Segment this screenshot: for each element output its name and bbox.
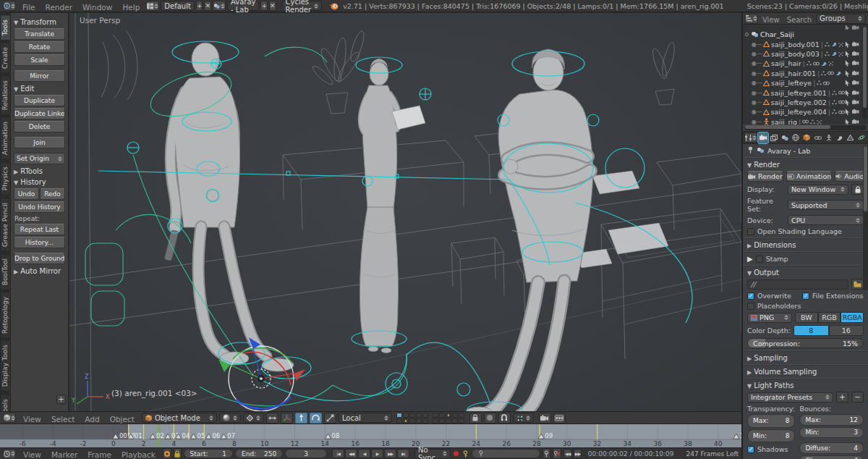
figure-left-male[interactable] bbox=[164, 43, 294, 371]
figure-right-male[interactable] bbox=[466, 49, 593, 411]
render-restrict-camera-icon[interactable] bbox=[852, 99, 859, 105]
editor-type-timeline-icon[interactable] bbox=[3, 449, 16, 459]
outliner-row[interactable]: ●—saiji_body.001| bbox=[744, 39, 868, 49]
shelf-button-rotate[interactable]: Rotate bbox=[14, 41, 65, 53]
outliner-menu-view[interactable]: View bbox=[759, 16, 783, 24]
shelf-button-drop-to-ground[interactable]: Drop to Ground bbox=[14, 253, 65, 264]
manipulator-translate-toggle[interactable] bbox=[295, 413, 307, 424]
layout-delete-button[interactable]: ✕ bbox=[204, 1, 211, 11]
layers-grid-1[interactable] bbox=[396, 413, 428, 424]
shelf-tab-physics[interactable]: Physics bbox=[0, 161, 11, 195]
outliner-row[interactable]: ●—saiji_body.003| bbox=[744, 49, 868, 59]
shading-selector[interactable] bbox=[219, 413, 241, 423]
selectable-cursor-icon[interactable] bbox=[845, 80, 850, 86]
feature-set-selector[interactable]: Supported bbox=[788, 200, 864, 210]
shelf-button-delete[interactable]: Delete bbox=[14, 121, 65, 132]
shelf-button-join[interactable]: Join bbox=[14, 137, 65, 148]
layer-cell[interactable] bbox=[403, 418, 409, 424]
render-opengl-anim-icon[interactable] bbox=[553, 413, 566, 424]
shelf-panel-edit[interactable]: ▼Edit bbox=[14, 85, 65, 93]
object-tab-icon[interactable] bbox=[801, 132, 812, 143]
selectable-cursor-icon[interactable] bbox=[845, 70, 850, 77]
device-selector[interactable]: CPU bbox=[788, 215, 864, 225]
end-frame-field[interactable]: End:250 bbox=[235, 449, 283, 458]
prev-marker-button[interactable]: ◀◀ bbox=[563, 449, 571, 458]
layer-cell[interactable] bbox=[422, 418, 428, 424]
layer-cell[interactable] bbox=[416, 413, 422, 418]
shelf-add-tab-button[interactable]: + bbox=[56, 395, 66, 404]
insert-keyframe-icon[interactable] bbox=[542, 448, 550, 459]
layer-cell[interactable] bbox=[396, 413, 402, 418]
shelf-button-repeat-last[interactable]: Repeat Last bbox=[14, 224, 65, 235]
view3d-menu-object[interactable]: Object bbox=[105, 415, 140, 424]
view3d-menu-select[interactable]: Select bbox=[46, 415, 80, 424]
render-opengl-icon[interactable] bbox=[539, 413, 551, 424]
scene-add-button[interactable]: + bbox=[260, 1, 268, 11]
shelf-panel-rtools[interactable]: ▶RTools bbox=[14, 167, 65, 175]
sampling-panel-header[interactable]: Sampling bbox=[754, 354, 788, 362]
dimensions-panel-header[interactable]: Dimensions bbox=[754, 241, 796, 249]
shelf-tab-retopology[interactable]: Retopology bbox=[0, 292, 11, 339]
manipulator-rotate-toggle[interactable] bbox=[310, 413, 322, 424]
render-panel-header[interactable]: Render bbox=[754, 161, 780, 169]
selectable-cursor-icon[interactable] bbox=[845, 90, 850, 96]
layer-cell[interactable] bbox=[396, 418, 402, 424]
play-reverse-button[interactable]: ◀ bbox=[358, 449, 370, 458]
transparency-max-field[interactable]: Max:8 bbox=[747, 414, 795, 428]
render-restrict-camera-icon[interactable] bbox=[852, 80, 859, 85]
pin-icon[interactable] bbox=[747, 146, 754, 155]
render-restrict-camera-icon[interactable] bbox=[852, 90, 859, 96]
render-audio-button[interactable]: Audio bbox=[835, 171, 864, 182]
layer-cell[interactable] bbox=[422, 413, 428, 418]
light-paths-panel-header[interactable]: Light Paths bbox=[754, 382, 793, 389]
color-mode-bw[interactable]: BW bbox=[795, 312, 818, 323]
bounces-max-field[interactable]: Max:12 bbox=[799, 414, 864, 426]
stamp-checkbox[interactable] bbox=[756, 256, 763, 263]
data-tab-icon[interactable] bbox=[846, 132, 856, 143]
editor-type-properties-icon[interactable] bbox=[744, 132, 757, 143]
shadows-checkbox[interactable] bbox=[747, 446, 754, 453]
stamp-panel-header[interactable]: Stamp bbox=[766, 255, 788, 263]
menu-window[interactable]: Window bbox=[77, 3, 117, 12]
snap-element-selector[interactable] bbox=[513, 413, 534, 423]
layer-cell[interactable] bbox=[433, 413, 438, 418]
shelf-tab-tools[interactable]: Tools bbox=[0, 14, 11, 41]
pivot-align-toggle[interactable] bbox=[266, 413, 278, 424]
outliner-row[interactable]: ●—saiji_hair.001| bbox=[744, 69, 868, 78]
sync-mode-selector[interactable]: No Sync bbox=[414, 449, 451, 459]
menu-render[interactable]: Render bbox=[41, 3, 77, 12]
screen-layout-icon[interactable] bbox=[146, 1, 159, 11]
layer-cell[interactable] bbox=[452, 413, 458, 418]
world-tab-icon[interactable] bbox=[791, 132, 801, 143]
modifiers-tab-icon[interactable] bbox=[835, 132, 845, 143]
outliner-hscrollbar[interactable] bbox=[744, 125, 867, 130]
play-button[interactable]: ▶ bbox=[371, 449, 383, 458]
keying-set-icon[interactable] bbox=[462, 448, 469, 459]
proportional-edit-icon[interactable] bbox=[484, 413, 496, 424]
integrator-presets-selector[interactable]: Integrator Presets bbox=[747, 392, 833, 403]
shelf-button-scale[interactable]: Scale bbox=[14, 54, 65, 66]
bounces-min-field[interactable]: Min:3 bbox=[799, 427, 864, 439]
render-restrict-camera-icon[interactable] bbox=[852, 119, 859, 125]
editor-type-3dview-icon[interactable] bbox=[3, 413, 16, 423]
snap-magnet-icon[interactable] bbox=[498, 413, 511, 424]
constraints-tab-icon[interactable] bbox=[812, 132, 822, 143]
outliner-display-filter[interactable]: Groups bbox=[816, 14, 866, 24]
current-frame-field[interactable]: 3 bbox=[285, 449, 327, 458]
shelf-tab-grease-pencil[interactable]: Grease Pencil bbox=[0, 198, 11, 252]
viewport-3d[interactable]: X Y Z User Persp (3) aren_rig.001 <03> bbox=[69, 13, 741, 411]
render-restrict-camera-icon[interactable] bbox=[852, 70, 859, 76]
shelf-button-redo[interactable]: Redo bbox=[40, 188, 65, 200]
color-mode-segment[interactable]: BW RGB RGBA bbox=[795, 312, 864, 323]
render-restrict-camera-icon[interactable] bbox=[852, 25, 859, 30]
figure-middle-female[interactable] bbox=[359, 59, 425, 353]
selectable-cursor-icon[interactable] bbox=[845, 119, 850, 125]
outliner-menu-search[interactable]: Search bbox=[783, 16, 815, 24]
shelf-tab-create[interactable]: Create bbox=[0, 42, 11, 74]
layer-cell[interactable] bbox=[433, 418, 438, 424]
outliner-vscrollbar[interactable] bbox=[862, 26, 867, 119]
shelf-dropdown-set-origin[interactable]: Set Origin bbox=[14, 153, 65, 164]
render-button[interactable]: Render bbox=[747, 171, 783, 182]
layer-cell[interactable] bbox=[446, 413, 451, 418]
render-restrict-camera-icon[interactable] bbox=[852, 60, 859, 66]
